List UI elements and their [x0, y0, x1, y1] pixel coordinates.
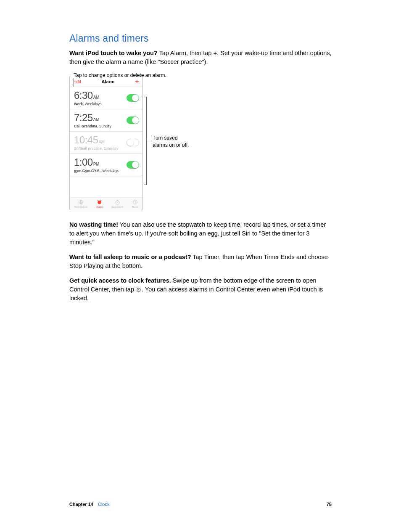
- alarm-label: Work, Weekdays: [74, 102, 101, 106]
- paragraph-wake-you: Want iPod touch to wake you? Tap Alarm, …: [69, 48, 332, 66]
- edit-button[interactable]: Edit: [73, 79, 81, 84]
- alarm-toggle[interactable]: [127, 161, 139, 169]
- footer-chapter-word: Chapter: [69, 502, 87, 507]
- nav-title: Alarm: [101, 79, 114, 84]
- tab-label: Alarm: [96, 206, 103, 208]
- alarm-label: gym.Gym.GYM., Weekdays: [74, 169, 119, 173]
- alarm-time: 10:45AM: [74, 135, 118, 145]
- alarm-time: 7:25AM: [74, 113, 111, 123]
- alarm-ampm: PM: [93, 162, 99, 167]
- alarm-clock-icon: [97, 199, 102, 205]
- callout-top-line: [74, 78, 74, 87]
- plus-icon: +: [213, 50, 217, 57]
- alarm-row[interactable]: 6:30AM Work, Weekdays: [70, 87, 142, 109]
- svg-point-1: [98, 201, 101, 204]
- alarm-row[interactable]: 1:00PM gym.Gym.GYM., Weekdays: [70, 154, 142, 176]
- footer-chapter-num: 14: [88, 502, 93, 507]
- alarm-ampm: AM: [93, 95, 99, 100]
- para4-bold: Get quick access to clock features.: [69, 277, 171, 284]
- alarm-label: Softball practice, Saturday: [74, 146, 118, 151]
- paragraph-no-wasting-time: No wasting time! You can also use the st…: [69, 220, 332, 247]
- para1-bold: Want iPod touch to wake you?: [69, 50, 158, 56]
- tab-stopwatch[interactable]: Stopwatch: [111, 199, 123, 208]
- paragraph-quick-access: Get quick access to clock features. Swip…: [69, 276, 332, 303]
- section-title: Alarms and timers: [69, 33, 332, 44]
- para2-bold: No wasting time!: [69, 221, 118, 228]
- footer-chapter-name: Clock: [98, 502, 110, 507]
- add-alarm-button[interactable]: +: [135, 78, 139, 85]
- alarm-label: Call Grandma, Sunday: [74, 124, 111, 128]
- alarm-row[interactable]: 7:25AM Call Grandma, Sunday: [70, 109, 142, 132]
- tab-world-clock[interactable]: World Clock: [74, 199, 87, 208]
- alarm-toggle[interactable]: [127, 139, 139, 146]
- para3-bold: Want to fall asleep to music or a podcas…: [69, 254, 191, 260]
- alarm-figure: Tap to change options or delete an alarm…: [69, 76, 263, 210]
- tab-bar: World Clock Alarm Stopwatch Timer: [70, 197, 142, 210]
- timer-icon: [132, 199, 138, 205]
- tab-alarm[interactable]: Alarm: [96, 199, 103, 208]
- alarm-ampm: AM: [99, 140, 105, 144]
- alarm-toggle[interactable]: [127, 94, 139, 102]
- alarm-row[interactable]: 10:45AM Softball practice, Saturday: [70, 132, 142, 154]
- alarm-time: 6:30AM: [74, 90, 101, 101]
- alarm-toggle[interactable]: [127, 116, 139, 124]
- paragraph-fall-asleep: Want to fall asleep to music or a podcas…: [69, 253, 332, 270]
- tab-label: Stopwatch: [111, 206, 123, 208]
- device-frame: Edit Alarm + 6:30AM Work, Weekdays 7:25A…: [69, 76, 143, 210]
- page-footer: Chapter 14 Clock 75: [69, 502, 332, 507]
- callout-top-text: Tap to change options or delete an alarm…: [74, 72, 166, 78]
- tab-label: World Clock: [74, 206, 87, 208]
- alarm-time: 1:00PM: [74, 157, 119, 167]
- stopwatch-icon: [115, 199, 120, 205]
- alarm-clock-icon: [136, 286, 142, 292]
- alarm-ampm: AM: [93, 117, 99, 122]
- callout-bracket-line: [147, 141, 152, 141]
- para1-text-a: Tap Alarm, then tap: [158, 50, 214, 56]
- callout-right-text: Turn saved alarms on or off.: [153, 135, 189, 149]
- tab-label: Timer: [132, 206, 138, 208]
- footer-page-number: 75: [327, 502, 332, 507]
- tab-timer[interactable]: Timer: [132, 199, 138, 208]
- globe-icon: [78, 199, 84, 205]
